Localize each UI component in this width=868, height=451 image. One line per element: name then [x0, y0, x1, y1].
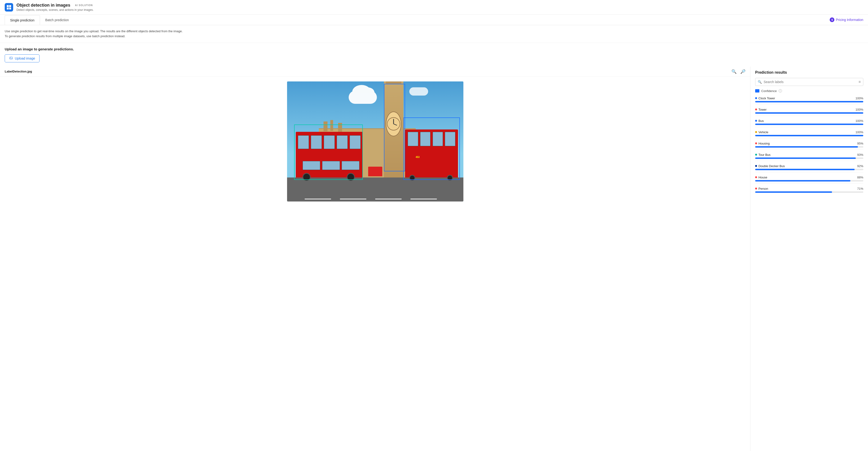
upload-button[interactable]: Upload image — [5, 54, 39, 62]
prediction-name-4: Housing — [755, 142, 770, 145]
prediction-name-2: Bus — [755, 119, 764, 123]
bus1-wheel2 — [347, 173, 355, 181]
prediction-item: Double Decker Bus 92% — [755, 164, 863, 172]
tab-single-prediction[interactable]: Single prediction — [5, 15, 40, 25]
results-title: Prediction results — [755, 71, 863, 75]
pricing-icon: $ — [830, 18, 834, 22]
prediction-header-7: House 88% — [755, 176, 863, 179]
prediction-name-0: Clock Tower — [755, 96, 775, 100]
svg-rect-2 — [7, 7, 9, 9]
prediction-name-3: Vehicle — [755, 131, 768, 134]
header-text: Object detection in images AI SOLUTION D… — [17, 3, 94, 11]
prediction-label-3: Vehicle — [758, 131, 768, 134]
bus1-upper-windows — [298, 135, 361, 149]
confidence-info-icon[interactable]: i — [779, 89, 782, 92]
prediction-header-2: Bus 100% — [755, 119, 863, 123]
svg-rect-3 — [9, 7, 11, 9]
prediction-pct-5: 93% — [857, 153, 863, 157]
road — [287, 177, 463, 201]
bus1-window1 — [298, 135, 309, 149]
bar-track-2 — [755, 123, 863, 125]
prediction-label-8: Person — [758, 187, 768, 191]
image-controls: 🔍 🔎 — [732, 69, 745, 74]
image-filename: LabelDetection.jpg — [5, 70, 32, 73]
road-marking1 — [305, 199, 331, 199]
bar-fill-4 — [755, 146, 858, 148]
pricing-label: Pricing Information — [836, 18, 863, 22]
confidence-label: Confidence — [761, 89, 777, 93]
bar-fill-3 — [755, 135, 863, 136]
bar-track-4 — [755, 146, 863, 148]
search-icon: 🔍 — [758, 80, 762, 84]
svg-rect-4 — [10, 57, 12, 59]
bus2-window4 — [445, 132, 455, 146]
bus2-wheel1 — [409, 175, 415, 181]
divider — [755, 149, 863, 150]
prediction-dot-5 — [755, 154, 757, 156]
bar-track-5 — [755, 158, 863, 159]
zoom-out-icon[interactable]: 🔍 — [732, 69, 737, 74]
prediction-pct-4: 95% — [857, 142, 863, 145]
prediction-item: Person 71% — [755, 187, 863, 193]
tabs-container: Single prediction Batch prediction — [5, 15, 74, 25]
zoom-in-icon[interactable]: 🔎 — [740, 69, 745, 74]
prediction-item: House 88% — [755, 176, 863, 184]
prediction-dot-6 — [755, 165, 757, 167]
prediction-item: Clock Tower 100% — [755, 96, 863, 105]
bar-fill-7 — [755, 180, 850, 181]
bigben-top — [386, 81, 401, 84]
app-subtitle: Detect objects, concepts, scenes, and ac… — [17, 8, 94, 11]
bus1-window2 — [311, 135, 322, 149]
bus2-number: 453 — [416, 156, 420, 159]
divider — [755, 104, 863, 105]
prediction-dot-2 — [755, 120, 757, 122]
main-content: LabelDetection.jpg 🔍 🔎 — [0, 66, 868, 451]
prediction-header-6: Double Decker Bus 92% — [755, 164, 863, 168]
prediction-header-1: Tower 100% — [755, 108, 863, 111]
prediction-name-5: Tour Bus — [755, 153, 770, 157]
parl-tower1 — [323, 121, 328, 131]
prediction-header-3: Vehicle 100% — [755, 131, 863, 134]
tab-batch-prediction[interactable]: Batch prediction — [40, 15, 74, 25]
bus1-window4 — [337, 135, 348, 149]
app-title: Object detection in images — [17, 3, 70, 8]
bigben-tower — [384, 81, 403, 179]
search-row[interactable]: 🔍 ≡ — [755, 78, 863, 86]
bus1-window5 — [350, 135, 361, 149]
small-car — [368, 167, 382, 176]
bar-fill-0 — [755, 101, 863, 103]
prediction-pct-0: 100% — [856, 96, 863, 100]
parl-tower3 — [338, 123, 342, 132]
bus2-upper-windows — [408, 132, 455, 146]
image-wrapper: 453 — [0, 77, 750, 206]
prediction-pct-1: 100% — [856, 108, 863, 111]
svg-rect-0 — [7, 5, 9, 7]
prediction-item: Bus 100% — [755, 119, 863, 127]
prediction-label-4: Housing — [758, 142, 770, 145]
prediction-label-1: Tower — [758, 108, 767, 111]
road-marking4 — [410, 199, 437, 199]
bus1-wheel1 — [303, 173, 311, 181]
prediction-name-7: House — [755, 176, 767, 179]
predictions-list: Clock Tower 100% Tower 100% Bus 100% — [755, 96, 863, 193]
bus2: 453 — [405, 130, 458, 177]
prediction-pct-2: 100% — [856, 119, 863, 123]
bus2-wheel2 — [447, 175, 453, 181]
bar-track-3 — [755, 135, 863, 136]
filter-icon[interactable]: ≡ — [859, 80, 861, 84]
bus1-window3 — [324, 135, 335, 149]
tabs-row: Single prediction Batch prediction $ Pri… — [0, 15, 868, 25]
prediction-dot-8 — [755, 188, 757, 190]
search-input[interactable] — [764, 80, 857, 84]
prediction-dot-3 — [755, 131, 757, 133]
confidence-color-swatch — [755, 89, 760, 92]
pricing-link[interactable]: $ Pricing Information — [830, 15, 863, 25]
bus2-window2 — [420, 132, 431, 146]
prediction-label-6: Double Decker Bus — [758, 164, 785, 168]
bus1-lower-window3 — [342, 161, 360, 170]
upload-heading: Upload an image to generate predictions. — [5, 47, 863, 51]
bus2-window1 — [408, 132, 418, 146]
bar-fill-6 — [755, 169, 855, 170]
confidence-legend: Confidence i — [755, 89, 863, 93]
bar-track-7 — [755, 180, 863, 181]
